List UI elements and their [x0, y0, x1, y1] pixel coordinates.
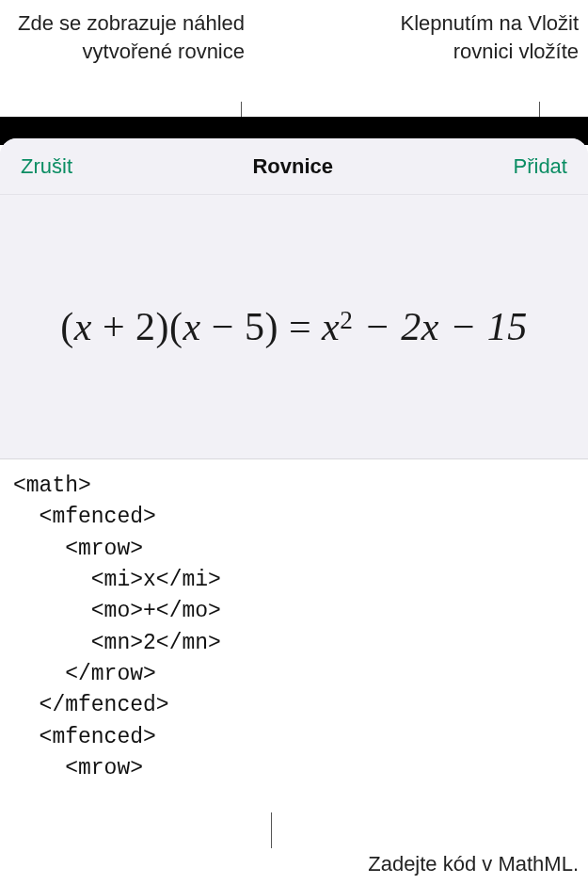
callout-line-icon — [271, 812, 272, 848]
equation-op: − — [201, 305, 245, 348]
modal-title: Rovnice — [252, 154, 333, 179]
equation-op: + — [92, 305, 135, 348]
paren-open: ( — [169, 305, 183, 348]
equation-var: x — [183, 305, 201, 348]
equation-var: x — [74, 305, 92, 348]
modal-toolbar: Zrušit Rovnice Přidat — [0, 138, 588, 195]
callout-preview-hint: Zde se zobrazuje náhled vytvořené rovnic… — [9, 9, 245, 65]
equation-num: 2 — [135, 305, 156, 348]
mathml-code-editor[interactable]: <math> <mfenced> <mrow> <mi>x</mi> <mo>+… — [0, 458, 588, 812]
equation-render: (x + 2)(x − 5) = x2 − 2x − 15 — [60, 304, 528, 349]
paren-close: ) — [264, 305, 278, 348]
equation-editor-sheet: Zrušit Rovnice Přidat (x + 2)(x − 5) = x… — [0, 138, 588, 812]
cancel-button[interactable]: Zrušit — [21, 154, 72, 179]
equation-equals: = — [278, 305, 322, 348]
paren-close: ) — [156, 305, 170, 348]
equation-var: x — [322, 305, 340, 348]
paren-open: ( — [60, 305, 74, 348]
equation-num: 5 — [245, 305, 265, 348]
equation-superscript: 2 — [340, 306, 353, 334]
callout-add-hint: Klepnutím na Vložit rovnici vložíte — [367, 9, 579, 65]
callout-code-hint: Zadejte kód v MathML. — [221, 850, 579, 878]
add-button[interactable]: Přidat — [514, 154, 567, 179]
equation-preview: (x + 2)(x − 5) = x2 − 2x − 15 — [0, 195, 588, 458]
equation-rhs-rest: − 2x − 15 — [353, 305, 527, 348]
